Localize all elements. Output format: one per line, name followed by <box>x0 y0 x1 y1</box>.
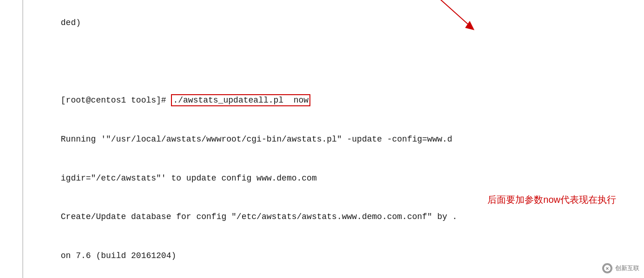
watermark-label: 创新互联 <box>615 264 639 272</box>
line-on: on 7.6 (build 20161204) <box>61 251 176 260</box>
line-igdir: igdir="/etc/awstats"' to update config w… <box>61 174 317 183</box>
line-running: Running '"/usr/local/awstats/wwwroot/cgi… <box>61 135 453 144</box>
line-ded: ded) <box>61 18 81 27</box>
annotation-text: 后面要加参数now代表现在执行 <box>487 194 616 205</box>
line-prompt-cmd: [root@centos1 tools]# ./awstats_updateal… <box>61 94 310 106</box>
watermark-icon: ✕ <box>602 263 612 273</box>
watermark: ✕ 创新互联 <box>602 263 639 273</box>
terminal-output: ded) [root@centos1 tools]# ./awstats_upd… <box>31 4 637 278</box>
left-border <box>0 0 23 278</box>
line-create: Create/Update database for config "/etc/… <box>61 212 457 221</box>
annotation-container: 后面要加参数now代表现在执行 <box>487 194 616 206</box>
main-container: ded) [root@centos1 tools]# ./awstats_upd… <box>0 0 644 278</box>
svg-text:✕: ✕ <box>605 266 609 271</box>
command-highlight: ./awstats_updateall.pl now <box>171 94 310 106</box>
terminal-area: ded) [root@centos1 tools]# ./awstats_upd… <box>23 0 644 278</box>
